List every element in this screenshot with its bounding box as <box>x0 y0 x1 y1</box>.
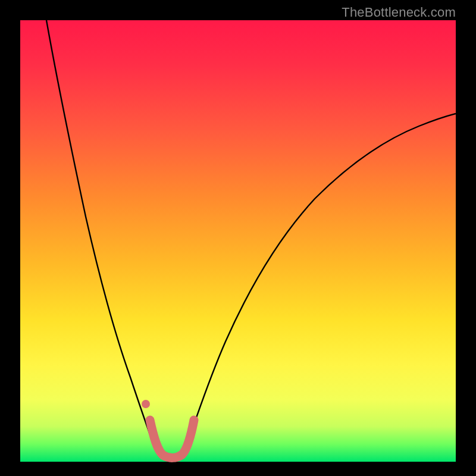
plot-area <box>20 20 456 462</box>
curve-left <box>46 20 157 451</box>
curve-right <box>184 114 456 451</box>
watermark-text: TheBottleneck.com <box>342 5 456 20</box>
valley-highlight <box>150 420 194 458</box>
chart-frame: TheBottleneck.com <box>0 0 476 476</box>
curve-layer <box>20 20 456 462</box>
valley-dot <box>142 400 150 408</box>
